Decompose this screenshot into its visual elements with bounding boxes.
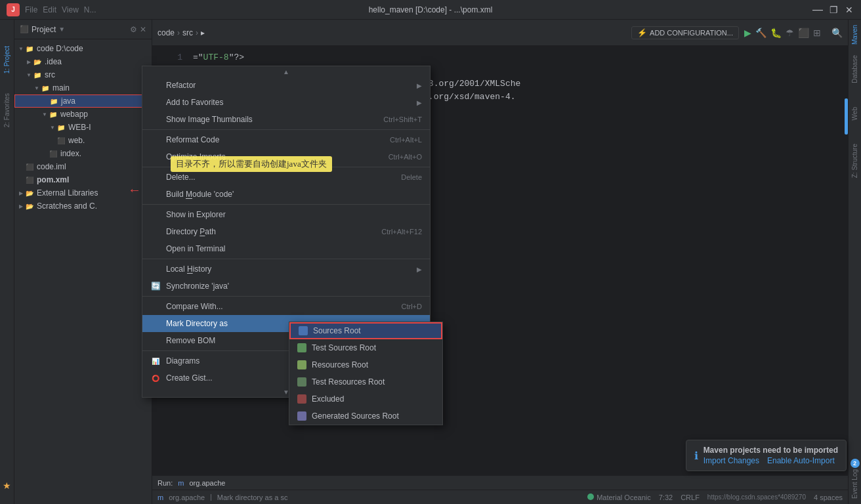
excluded-label: Excluded: [312, 394, 344, 404]
enable-auto-import-link[interactable]: Enable Auto-Import: [767, 456, 835, 465]
left-sidebar-strip: 1: Project 2: Favorites ★: [0, 20, 14, 504]
folder-icon-scratches: 📂: [25, 201, 34, 211]
run-class: m: [178, 479, 184, 487]
sidebar-label-maven[interactable]: Maven: [851, 25, 858, 45]
tree-label-src: src: [45, 70, 55, 79]
run-class-text: org.apache: [189, 479, 225, 487]
menu-item-favorites[interactable]: Add to Favorites ▶: [142, 94, 430, 111]
menu-item-explorer-left: Show in Explorer: [150, 209, 226, 220]
submenu-item-test-resources[interactable]: Test Resources Root: [289, 373, 442, 390]
run-controls: ▶ 🔨 🐛 ☂ ⬛ ⊞: [744, 28, 821, 38]
minimize-button[interactable]: —: [812, 5, 823, 15]
reformat-icon: [150, 135, 161, 145]
maximize-button[interactable]: ❐: [828, 5, 839, 15]
menu-view[interactable]: View: [62, 5, 79, 14]
stop-button[interactable]: ⬛: [798, 28, 809, 38]
status-bar: m org.apache | Mark directory as a sc Ma…: [152, 490, 848, 504]
gist-label: Create Gist...: [166, 373, 213, 383]
menu-item-thumbnails[interactable]: Show Image Thumbnails Ctrl+Shift+T: [142, 111, 430, 128]
dirpath-label: Directory Path: [166, 227, 216, 236]
import-changes-link[interactable]: Import Changes: [704, 456, 759, 465]
tree-item-scratches[interactable]: ▶ 📂 Scratches and C.: [14, 200, 152, 213]
menu-item-dirpath[interactable]: Directory Path Ctrl+Alt+F12: [142, 223, 430, 240]
debug-button[interactable]: 🐛: [770, 28, 782, 38]
event-log-area[interactable]: 2 Event Log: [850, 459, 860, 499]
status-left: m org.apache | Mark directory as a sc: [158, 494, 287, 501]
menu-item-local-history[interactable]: Local History ▶: [142, 261, 430, 278]
tree-label-java: java: [61, 96, 75, 106]
status-crlf[interactable]: CRLF: [681, 494, 700, 501]
favorites-label: Add to Favorites: [166, 98, 223, 107]
tree-item-index[interactable]: ⬛ index.: [14, 147, 152, 160]
tree-arrow-webi: ▼: [49, 123, 56, 131]
coverage-button[interactable]: ☂: [786, 28, 794, 38]
breadcrumb-code[interactable]: code: [158, 28, 175, 37]
menu-item-explorer[interactable]: Show in Explorer: [142, 206, 430, 223]
submenu-item-resources[interactable]: Resources Root: [289, 356, 442, 373]
menu-file[interactable]: File: [25, 5, 37, 14]
import-banner: ℹ Maven projects need to be imported Imp…: [686, 440, 847, 471]
build-button[interactable]: 🔨: [755, 28, 766, 38]
run-button[interactable]: ▶: [744, 28, 751, 38]
menu-item-synchronize[interactable]: 🔄 Synchronize 'java': [142, 278, 430, 295]
submenu-item-excluded[interactable]: Excluded: [289, 390, 442, 408]
panel-settings-icon[interactable]: ⚙: [130, 25, 137, 34]
sidebar-label-database[interactable]: Database: [851, 55, 858, 83]
dirpath-icon: [150, 226, 161, 237]
tree-item-java[interactable]: 📁 java: [14, 94, 152, 108]
sidebar-label-favorites[interactable]: 2: Favorites: [3, 93, 10, 127]
search-button[interactable]: 🔍: [831, 28, 843, 38]
tree-arrow-webapp: ▼: [41, 110, 49, 118]
submenu-item-test-sources[interactable]: Test Sources Root: [289, 339, 442, 356]
line-num-1: 1: [163, 51, 182, 64]
favorites-star-icon: ★: [3, 480, 11, 491]
tree-item-idea[interactable]: ▶ 📂 .idea: [14, 55, 152, 68]
menu-item-thumbnails-left: Show Image Thumbnails: [150, 114, 253, 125]
tree-label-index: index.: [60, 149, 81, 158]
title-bar: J File Edit View N... hello_maven [D:\co…: [0, 0, 861, 20]
tree-item-main[interactable]: ▼ 📁 main: [14, 81, 152, 94]
add-config-area[interactable]: ⚡ ADD CONFIGURATION...: [631, 26, 739, 39]
tree-label-webxml: web.: [68, 136, 85, 145]
tree-item-webapp[interactable]: ▼ 📁 webapp: [14, 108, 152, 121]
menu-sep-3: [142, 204, 430, 205]
menu-edit[interactable]: Edit: [43, 5, 56, 14]
menu-item-delete-left: Delete...: [150, 172, 196, 182]
tree-arrow-idea: ▶: [25, 58, 33, 66]
submenu-item-sources-root[interactable]: Sources Root: [289, 322, 442, 339]
panel-header-left: ⬛ Project ▼: [20, 25, 65, 34]
refactor-icon: [150, 80, 161, 91]
status-spaces[interactable]: 4 spaces: [814, 494, 843, 501]
menu-item-terminal[interactable]: Open in Terminal: [142, 240, 430, 257]
file-tree: ▼ 📁 code D:\code ▶ 📂 .idea ▼ 📁 src ▼ 📁 m…: [14, 39, 152, 504]
grid-button[interactable]: ⊞: [813, 28, 821, 38]
menu-item-reformat[interactable]: Reformat Code Ctrl+Alt+L: [142, 131, 430, 148]
run-class2-text: org.apache: [169, 494, 205, 501]
panel-close-icon[interactable]: ✕: [140, 25, 146, 34]
tree-item-webi[interactable]: ▼ 📁 WEB-I: [14, 121, 152, 134]
main-layout: 1: Project 2: Favorites ★ ⬛ Project ▼ ⚙ …: [0, 20, 861, 504]
tree-arrow-root: ▼: [17, 45, 25, 52]
tree-item-codeiml[interactable]: ⬛ code.iml: [14, 160, 152, 173]
menu-item-compare[interactable]: Compare With... Ctrl+D: [142, 298, 430, 315]
panel-dropdown-icon[interactable]: ▼: [58, 26, 65, 33]
menu-item-build[interactable]: Build Module 'code': [142, 186, 430, 203]
tree-item-src[interactable]: ▼ 📁 src: [14, 68, 152, 81]
submenu-mark-directory: Sources Root Test Sources Root Resources…: [289, 322, 443, 425]
breadcrumb-more[interactable]: ▸: [201, 28, 205, 37]
submenu-item-generated[interactable]: Generated Sources Root: [289, 408, 442, 425]
synchronize-label: Synchronize 'java': [166, 282, 229, 291]
tree-root[interactable]: ▼ 📁 code D:\code: [14, 42, 152, 55]
sidebar-label-web[interactable]: Web: [851, 107, 858, 120]
import-info-icon: ℹ: [694, 450, 698, 462]
menu-navigate[interactable]: N...: [84, 5, 96, 14]
tree-item-webxml[interactable]: ⬛ web.: [14, 134, 152, 147]
theme-dot: Material Oceanic: [587, 494, 651, 501]
sidebar-label-structure[interactable]: Z: Structure: [851, 144, 858, 178]
breadcrumb-src[interactable]: src: [182, 28, 193, 37]
close-button[interactable]: ✕: [844, 5, 854, 15]
test-resources-icon: [297, 377, 306, 387]
sidebar-label-project[interactable]: 1: Project: [3, 46, 10, 74]
explorer-label: Show in Explorer: [166, 210, 226, 219]
menu-item-refactor[interactable]: Refactor ▶: [142, 77, 430, 94]
